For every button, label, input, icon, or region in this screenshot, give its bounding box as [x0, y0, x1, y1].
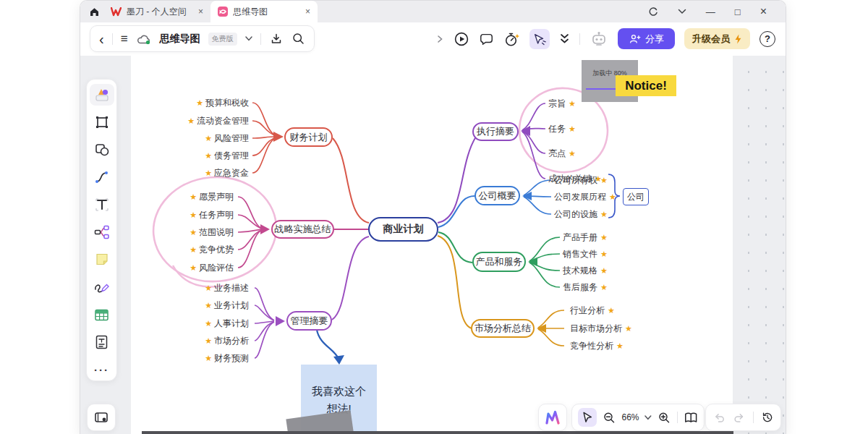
templates-tool[interactable] — [90, 84, 114, 106]
child-topic[interactable]: 销售文件★ — [563, 249, 608, 260]
share-button[interactable]: 分享 — [618, 28, 675, 49]
minimap-button[interactable] — [87, 404, 116, 431]
undo-icon[interactable] — [713, 411, 726, 425]
table-tool[interactable] — [90, 304, 114, 326]
notice-label[interactable]: Notice! — [616, 75, 676, 96]
child-topic[interactable]: ★人事计划 — [205, 318, 249, 329]
upgrade-label: 升级会员 — [692, 33, 730, 46]
tab-mindmap[interactable]: 思维导图 × — [210, 1, 318, 22]
child-label: 风险评估 — [199, 263, 234, 273]
zoom-in-icon[interactable] — [658, 411, 671, 425]
node-finance-plan[interactable]: 财务计划 — [284, 127, 333, 147]
guide-book-icon[interactable] — [684, 411, 698, 425]
whiteboard-canvas[interactable]: 财务计划 战略实施总结 管理摘要 商业计划 执行摘要 公司概要 产品和服务 市场… — [80, 56, 786, 434]
child-topic[interactable]: 产品手册★ — [563, 232, 608, 243]
mindmap-tool[interactable] — [90, 221, 114, 243]
child-topic[interactable]: ★愿景声明 — [190, 192, 234, 203]
select-tool-selected[interactable] — [578, 408, 597, 427]
shapes-tool[interactable] — [90, 139, 114, 161]
collapse-double-chevron-icon[interactable] — [559, 33, 570, 45]
child-topic[interactable]: 行业分析★ — [570, 305, 615, 316]
child-topic[interactable]: ★风险评估 — [190, 263, 234, 273]
chevron-down-icon[interactable] — [245, 36, 252, 41]
close-tab-icon[interactable]: × — [198, 7, 203, 17]
tab-title: 思维导图 — [233, 6, 300, 18]
child-topic[interactable]: 技术规格★ — [563, 265, 608, 276]
node-products-services[interactable]: 产品和服务 — [472, 252, 526, 272]
text-tool[interactable] — [90, 194, 114, 216]
home-button[interactable] — [85, 3, 103, 20]
child-topic[interactable]: ★任务声明 — [190, 210, 234, 221]
child-topic[interactable]: ★竞争优势 — [190, 244, 234, 255]
download-icon[interactable] — [269, 32, 284, 46]
expand-chevron-icon[interactable] — [435, 34, 444, 44]
sticky-note-icon — [94, 252, 110, 268]
ai-assistant-button[interactable] — [538, 404, 567, 431]
child-topic[interactable]: 公司的设施★ — [554, 209, 608, 220]
back-button[interactable]: ‹ — [99, 32, 104, 46]
close-window-button[interactable]: × — [760, 5, 767, 18]
divider — [753, 412, 754, 423]
maximize-button[interactable]: □ — [735, 7, 741, 17]
star-icon: ★ — [600, 175, 608, 186]
help-button[interactable]: ? — [760, 31, 775, 47]
chevron-down-icon[interactable] — [678, 9, 686, 14]
star-icon: ★ — [625, 323, 632, 334]
menu-button[interactable]: ≡ — [121, 32, 128, 46]
child-topic[interactable]: ★流动资金管理 — [187, 116, 249, 127]
chevron-down-icon[interactable] — [644, 415, 652, 420]
connector-tool[interactable] — [90, 166, 114, 188]
child-topic[interactable]: ★债务管理 — [205, 150, 249, 161]
zoom-level[interactable]: 66% — [621, 412, 639, 422]
document-icon — [94, 334, 109, 350]
child-topic[interactable]: ★市场分析 — [205, 336, 249, 346]
tab-personal-space[interactable]: 墨刀 - 个人空间 × — [103, 1, 210, 22]
ai-robot-icon[interactable] — [590, 30, 608, 48]
node-company-overview[interactable]: 公司概要 — [475, 186, 520, 205]
star-icon: ★ — [600, 282, 608, 293]
child-topic[interactable]: 任务★ — [548, 124, 576, 135]
child-topic[interactable]: 亮点★ — [548, 148, 576, 159]
child-topic[interactable]: ★应急资金 — [205, 168, 249, 179]
minimize-button[interactable]: — — [706, 7, 715, 17]
history-icon[interactable] — [761, 410, 773, 425]
child-topic[interactable]: ★风险管理 — [205, 133, 249, 144]
node-root-business-plan[interactable]: 商业计划 — [368, 217, 438, 242]
child-topic[interactable]: ★业务描述 — [205, 283, 249, 294]
sticky-note-tool[interactable] — [90, 249, 114, 271]
share-person-icon — [629, 33, 641, 45]
child-topic[interactable]: ★财务预测 — [205, 353, 249, 364]
present-play-icon[interactable] — [454, 31, 469, 47]
laser-pointer-tool-selected[interactable] — [529, 29, 550, 49]
document-tool[interactable] — [90, 331, 114, 353]
timer-icon[interactable] — [503, 31, 520, 47]
more-tools-button[interactable]: ··· — [90, 359, 114, 380]
child-topic[interactable]: 公司所有权★ — [554, 175, 608, 186]
dark-bar-shape[interactable] — [142, 431, 733, 434]
upgrade-button[interactable]: 升级会员 — [684, 28, 750, 49]
child-topic[interactable]: 公司发展历程★ — [554, 192, 616, 203]
search-icon[interactable] — [292, 32, 305, 46]
node-executive-summary[interactable]: 执行摘要 — [472, 122, 519, 141]
close-tab-icon[interactable]: × — [305, 7, 310, 17]
node-company-annotation[interactable]: 公司 — [623, 188, 649, 205]
frame-tool[interactable] — [90, 111, 114, 133]
shapes-icon — [94, 142, 110, 158]
comment-icon[interactable] — [479, 32, 494, 46]
node-strategy-summary[interactable]: 战略实施总结 — [271, 220, 334, 239]
zoom-out-icon[interactable] — [603, 411, 616, 425]
child-topic[interactable]: ★业务计划 — [205, 300, 249, 311]
node-management-summary[interactable]: 管理摘要 — [286, 311, 332, 331]
pen-tool[interactable] — [90, 276, 114, 298]
refresh-icon[interactable] — [648, 7, 658, 17]
child-topic[interactable]: ★预算和税收 — [196, 98, 249, 109]
tool-sidebar: ··· — [86, 79, 117, 381]
child-topic[interactable]: 售后服务★ — [563, 282, 608, 293]
child-topic[interactable]: 竞争性分析★ — [570, 341, 624, 352]
child-topic[interactable]: 宗旨★ — [548, 98, 576, 109]
child-label: 任务声明 — [199, 210, 234, 221]
child-topic[interactable]: 目标市场分析★ — [570, 323, 632, 334]
child-topic[interactable]: ★范围说明 — [190, 227, 234, 238]
node-market-analysis[interactable]: 市场分析总结 — [471, 319, 535, 338]
redo-icon[interactable] — [733, 411, 745, 425]
